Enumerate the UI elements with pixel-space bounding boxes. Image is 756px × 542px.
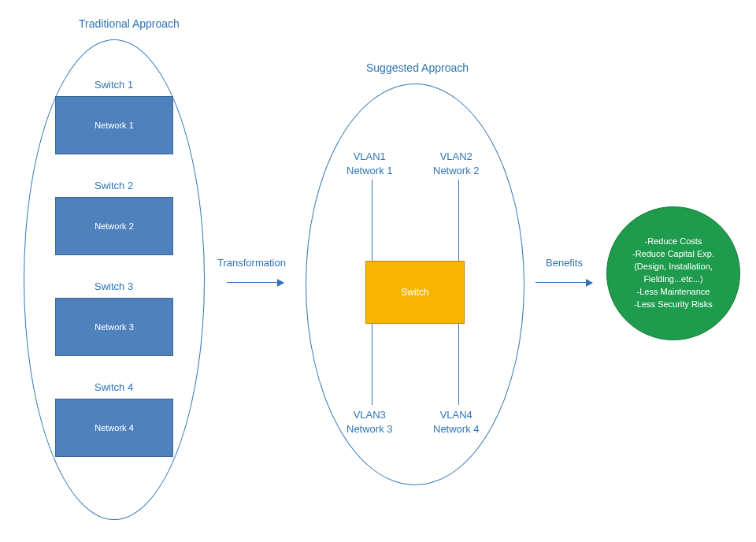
arrow-benefits	[536, 282, 592, 283]
network1-label: Network 1	[94, 121, 134, 130]
vlan3-label: VLAN3 Network 3	[346, 408, 393, 436]
switch2-caption: Switch 2	[94, 180, 133, 191]
switch1-caption: Switch 1	[94, 79, 133, 91]
benefits-circle: -Reduce Costs -Reduce Capital Exp. (Desi…	[606, 206, 740, 340]
network2-box: Network 2	[55, 197, 173, 255]
vlan3-line	[372, 324, 372, 405]
network1-box: Network 1	[55, 96, 173, 154]
vlan2-line	[458, 180, 459, 261]
central-switch-label: Switch	[401, 287, 428, 298]
network4-box: Network 4	[55, 399, 173, 457]
vlan4-label: VLAN4 Network 4	[433, 408, 480, 436]
switch4-caption: Switch 4	[94, 381, 133, 393]
heading-traditional: Traditional Approach	[79, 17, 180, 30]
heading-suggested: Suggested Approach	[366, 61, 469, 74]
vlan2-label: VLAN2 Network 2	[433, 150, 480, 177]
vlan1-line	[372, 180, 372, 261]
arrow-transformation	[227, 282, 284, 283]
benefits-text: -Reduce Costs -Reduce Capital Exp. (Desi…	[632, 236, 714, 311]
diagram-canvas: Traditional Approach Switch 1 Network 1 …	[0, 0, 756, 542]
network2-label: Network 2	[94, 221, 134, 231]
benefits-label: Benefits	[546, 257, 583, 269]
transformation-label: Transformation	[217, 257, 286, 269]
network4-label: Network 4	[94, 423, 134, 432]
switch3-caption: Switch 3	[94, 280, 133, 292]
network3-label: Network 3	[94, 322, 134, 332]
vlan1-label: VLAN1 Network 1	[346, 150, 393, 177]
central-switch: Switch	[365, 261, 465, 324]
vlan4-line	[458, 324, 459, 405]
network3-box: Network 3	[55, 298, 173, 356]
